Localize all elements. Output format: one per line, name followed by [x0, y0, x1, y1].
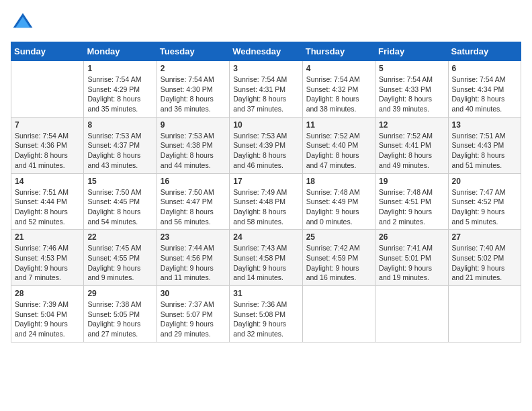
day-number: 16 — [161, 177, 226, 186]
day-detail: Sunrise: 7:52 AM Sunset: 4:41 PM Dayligh… — [379, 131, 444, 171]
col-header-thursday: Thursday — [302, 42, 375, 61]
day-detail: Sunrise: 7:53 AM Sunset: 4:38 PM Dayligh… — [161, 131, 226, 171]
calendar-week-3: 14Sunrise: 7:51 AM Sunset: 4:44 PM Dayli… — [11, 173, 521, 230]
day-number: 7 — [15, 120, 80, 130]
calendar-cell: 6Sunrise: 7:54 AM Sunset: 4:34 PM Daylig… — [448, 61, 521, 118]
day-detail: Sunrise: 7:47 AM Sunset: 4:52 PM Dayligh… — [452, 187, 517, 227]
calendar-cell: 11Sunrise: 7:52 AM Sunset: 4:40 PM Dayli… — [302, 117, 375, 173]
calendar-cell: 18Sunrise: 7:48 AM Sunset: 4:49 PM Dayli… — [302, 173, 375, 230]
day-number: 28 — [15, 289, 80, 298]
col-header-saturday: Saturday — [448, 42, 521, 61]
calendar-cell — [11, 61, 84, 118]
day-detail: Sunrise: 7:53 AM Sunset: 4:37 PM Dayligh… — [87, 131, 152, 171]
day-number: 4 — [306, 64, 371, 73]
calendar-cell — [302, 286, 375, 342]
day-detail: Sunrise: 7:44 AM Sunset: 4:56 PM Dayligh… — [161, 243, 226, 283]
day-number: 15 — [87, 177, 152, 186]
calendar-cell: 5Sunrise: 7:54 AM Sunset: 4:33 PM Daylig… — [375, 61, 448, 118]
day-number: 20 — [452, 177, 517, 186]
calendar-cell: 17Sunrise: 7:49 AM Sunset: 4:48 PM Dayli… — [230, 173, 302, 230]
day-number: 30 — [161, 289, 226, 298]
col-header-sunday: Sunday — [11, 42, 84, 61]
calendar-header-row: SundayMondayTuesdayWednesdayThursdayFrid… — [11, 42, 521, 61]
day-detail: Sunrise: 7:54 AM Sunset: 4:30 PM Dayligh… — [161, 75, 226, 114]
calendar-cell: 23Sunrise: 7:44 AM Sunset: 4:56 PM Dayli… — [157, 230, 229, 286]
day-detail: Sunrise: 7:43 AM Sunset: 4:58 PM Dayligh… — [233, 243, 298, 283]
day-detail: Sunrise: 7:51 AM Sunset: 4:43 PM Dayligh… — [452, 131, 517, 171]
calendar-cell: 28Sunrise: 7:39 AM Sunset: 5:04 PM Dayli… — [11, 286, 84, 342]
day-detail: Sunrise: 7:50 AM Sunset: 4:47 PM Dayligh… — [161, 187, 226, 227]
day-number: 26 — [379, 232, 444, 242]
day-number: 27 — [452, 232, 517, 242]
day-number: 14 — [15, 177, 80, 186]
calendar-cell: 9Sunrise: 7:53 AM Sunset: 4:38 PM Daylig… — [157, 117, 229, 173]
day-detail: Sunrise: 7:41 AM Sunset: 5:01 PM Dayligh… — [379, 243, 444, 283]
day-detail: Sunrise: 7:54 AM Sunset: 4:31 PM Dayligh… — [233, 75, 298, 114]
calendar-week-2: 7Sunrise: 7:54 AM Sunset: 4:36 PM Daylig… — [11, 117, 521, 173]
logo — [11, 11, 38, 35]
calendar-cell: 13Sunrise: 7:51 AM Sunset: 4:43 PM Dayli… — [448, 117, 521, 173]
day-detail: Sunrise: 7:52 AM Sunset: 4:40 PM Dayligh… — [306, 131, 371, 171]
day-number: 29 — [87, 289, 152, 298]
calendar-cell: 1Sunrise: 7:54 AM Sunset: 4:29 PM Daylig… — [84, 61, 157, 118]
calendar-cell: 2Sunrise: 7:54 AM Sunset: 4:30 PM Daylig… — [157, 61, 229, 118]
day-number: 25 — [306, 232, 371, 242]
day-number: 21 — [15, 232, 80, 242]
calendar-cell: 30Sunrise: 7:37 AM Sunset: 5:07 PM Dayli… — [157, 286, 229, 342]
calendar-cell: 12Sunrise: 7:52 AM Sunset: 4:41 PM Dayli… — [375, 117, 448, 173]
calendar-cell: 7Sunrise: 7:54 AM Sunset: 4:36 PM Daylig… — [11, 117, 84, 173]
calendar-cell: 4Sunrise: 7:54 AM Sunset: 4:32 PM Daylig… — [302, 61, 375, 118]
day-number: 8 — [87, 120, 152, 130]
day-detail: Sunrise: 7:36 AM Sunset: 5:08 PM Dayligh… — [233, 300, 298, 339]
day-detail: Sunrise: 7:50 AM Sunset: 4:45 PM Dayligh… — [87, 187, 152, 227]
calendar-cell: 14Sunrise: 7:51 AM Sunset: 4:44 PM Dayli… — [11, 173, 84, 230]
col-header-wednesday: Wednesday — [230, 42, 302, 61]
day-detail: Sunrise: 7:38 AM Sunset: 5:05 PM Dayligh… — [87, 300, 152, 339]
calendar-cell: 29Sunrise: 7:38 AM Sunset: 5:05 PM Dayli… — [84, 286, 157, 342]
col-header-tuesday: Tuesday — [157, 42, 229, 61]
day-number: 2 — [161, 64, 226, 73]
day-detail: Sunrise: 7:54 AM Sunset: 4:33 PM Dayligh… — [379, 75, 444, 114]
day-number: 13 — [452, 120, 517, 130]
day-number: 23 — [161, 232, 226, 242]
col-header-friday: Friday — [375, 42, 448, 61]
calendar-cell: 19Sunrise: 7:48 AM Sunset: 4:51 PM Dayli… — [375, 173, 448, 230]
calendar-cell: 16Sunrise: 7:50 AM Sunset: 4:47 PM Dayli… — [157, 173, 229, 230]
day-number: 11 — [306, 120, 371, 130]
day-number: 3 — [233, 64, 298, 73]
calendar-cell: 24Sunrise: 7:43 AM Sunset: 4:58 PM Dayli… — [230, 230, 302, 286]
calendar-week-4: 21Sunrise: 7:46 AM Sunset: 4:53 PM Dayli… — [11, 230, 521, 286]
day-detail: Sunrise: 7:45 AM Sunset: 4:55 PM Dayligh… — [87, 243, 152, 283]
day-number: 17 — [233, 177, 298, 186]
day-detail: Sunrise: 7:53 AM Sunset: 4:39 PM Dayligh… — [233, 131, 298, 171]
calendar-cell: 20Sunrise: 7:47 AM Sunset: 4:52 PM Dayli… — [448, 173, 521, 230]
logo-icon — [11, 11, 35, 35]
calendar-cell: 27Sunrise: 7:40 AM Sunset: 5:02 PM Dayli… — [448, 230, 521, 286]
page-header — [11, 11, 521, 35]
calendar-cell: 21Sunrise: 7:46 AM Sunset: 4:53 PM Dayli… — [11, 230, 84, 286]
day-number: 12 — [379, 120, 444, 130]
calendar-cell: 15Sunrise: 7:50 AM Sunset: 4:45 PM Dayli… — [84, 173, 157, 230]
day-number: 10 — [233, 120, 298, 130]
calendar-cell: 10Sunrise: 7:53 AM Sunset: 4:39 PM Dayli… — [230, 117, 302, 173]
calendar-cell: 25Sunrise: 7:42 AM Sunset: 4:59 PM Dayli… — [302, 230, 375, 286]
day-number: 19 — [379, 177, 444, 186]
day-number: 18 — [306, 177, 371, 186]
day-detail: Sunrise: 7:37 AM Sunset: 5:07 PM Dayligh… — [161, 300, 226, 339]
day-detail: Sunrise: 7:54 AM Sunset: 4:32 PM Dayligh… — [306, 75, 371, 114]
day-number: 24 — [233, 232, 298, 242]
calendar-week-1: 1Sunrise: 7:54 AM Sunset: 4:29 PM Daylig… — [11, 61, 521, 118]
col-header-monday: Monday — [84, 42, 157, 61]
calendar-cell: 8Sunrise: 7:53 AM Sunset: 4:37 PM Daylig… — [84, 117, 157, 173]
day-detail: Sunrise: 7:46 AM Sunset: 4:53 PM Dayligh… — [15, 243, 80, 283]
day-detail: Sunrise: 7:54 AM Sunset: 4:29 PM Dayligh… — [87, 75, 152, 114]
calendar-cell — [448, 286, 521, 342]
calendar-table: SundayMondayTuesdayWednesdayThursdayFrid… — [11, 42, 521, 342]
day-number: 31 — [233, 289, 298, 298]
day-number: 1 — [87, 64, 152, 73]
calendar-cell: 31Sunrise: 7:36 AM Sunset: 5:08 PM Dayli… — [230, 286, 302, 342]
day-detail: Sunrise: 7:48 AM Sunset: 4:49 PM Dayligh… — [306, 187, 371, 227]
calendar-week-5: 28Sunrise: 7:39 AM Sunset: 5:04 PM Dayli… — [11, 286, 521, 342]
day-detail: Sunrise: 7:48 AM Sunset: 4:51 PM Dayligh… — [379, 187, 444, 227]
day-number: 5 — [379, 64, 444, 73]
